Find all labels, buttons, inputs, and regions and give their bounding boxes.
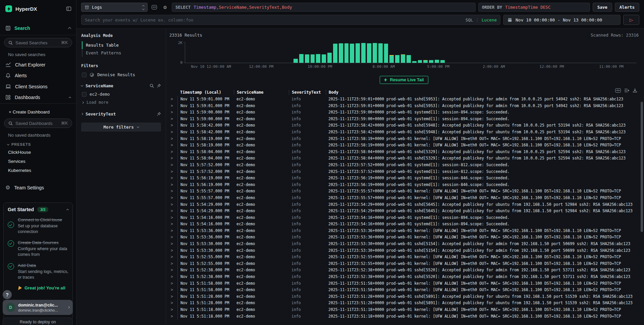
- chart-bar[interactable]: [440, 60, 445, 63]
- table-row[interactable]: >Nov 11 5:55:57.000 PMec2-demoinfo2025-1…: [169, 195, 639, 201]
- expand-rows-icon[interactable]: [624, 88, 629, 93]
- column-header-severitytext[interactable]: SeverityText: [289, 90, 326, 95]
- row-expand-icon[interactable]: >: [169, 261, 177, 267]
- table-row[interactable]: >Nov 11 5:53:30.000 PMec2-demoinfo2025-1…: [169, 247, 639, 254]
- row-expand-icon[interactable]: >: [169, 103, 177, 109]
- mode-event-patterns[interactable]: Event Patterns: [82, 49, 161, 57]
- chart-bar[interactable]: [327, 53, 332, 63]
- table-row[interactable]: >Nov 11 5:52:55.000 PMec2-demoinfo2025-1…: [169, 254, 639, 261]
- severitytext-filter-group[interactable]: SeverityText: [81, 111, 161, 117]
- denoise-filter[interactable]: Denoise Results: [82, 72, 161, 77]
- row-expand-icon[interactable]: >: [169, 228, 177, 234]
- pin-icon[interactable]: [157, 84, 161, 88]
- row-expand-icon[interactable]: >: [169, 195, 177, 201]
- table-row[interactable]: >Nov 11 5:54:29.000 PMec2-demoinfo2025-1…: [169, 201, 639, 208]
- table-row[interactable]: >Nov 11 5:59:01.000 PMec2-demoinfo2025-1…: [169, 96, 639, 103]
- table-row[interactable]: >Nov 11 5:58:19.000 PMec2-demoinfo2025-1…: [169, 142, 639, 149]
- chart-bar[interactable]: [350, 44, 354, 63]
- chart-bar[interactable]: [401, 55, 405, 63]
- lucene-toggle[interactable]: Lucene: [482, 17, 497, 22]
- alerts-button[interactable]: Alerts: [615, 3, 639, 12]
- row-expand-icon[interactable]: >: [169, 136, 177, 142]
- presets-toggle[interactable]: PRESETS: [0, 140, 76, 148]
- table-row[interactable]: >Nov 11 5:51:58.000 PMec2-demoinfo2025-1…: [169, 280, 639, 287]
- chart-bar[interactable]: [333, 44, 337, 63]
- search-input[interactable]: [85, 17, 463, 22]
- orderby-input[interactable]: ORDER BY TimestampTime DESC: [478, 3, 590, 12]
- table-row[interactable]: >Nov 11 5:58:04.000 PMec2-demoinfo2025-1…: [169, 155, 639, 162]
- load-more-button[interactable]: Load more: [82, 100, 161, 105]
- table-row[interactable]: >Nov 11 5:57:52.000 PMec2-demoinfo2025-1…: [169, 169, 639, 175]
- row-expand-icon[interactable]: >: [169, 188, 177, 195]
- row-expand-icon[interactable]: >: [169, 201, 177, 208]
- get-started-item[interactable]: Add Data Start sending logs, metrics, or…: [8, 263, 68, 281]
- row-expand-icon[interactable]: >: [169, 109, 177, 116]
- table-row[interactable]: >Nov 11 5:51:18.000 PMec2-demoinfo2025-1…: [169, 313, 639, 320]
- sidebar-collapse-icon[interactable]: [66, 6, 71, 11]
- table-row[interactable]: >Nov 11 5:51:18.000 PMec2-demoinfo2025-1…: [169, 307, 639, 313]
- view-source-button[interactable]: <>: [615, 88, 621, 93]
- sidebar-item-team-settings[interactable]: ⚙ Team Settings: [0, 182, 76, 193]
- save-button[interactable]: Save: [593, 3, 612, 12]
- row-expand-icon[interactable]: >: [169, 287, 177, 293]
- sidebar-item-kubernetes[interactable]: Kubernetes: [0, 166, 76, 175]
- saved-searches-input[interactable]: Saved Searches ⌘K: [4, 38, 72, 47]
- source-settings-button[interactable]: ⚙: [161, 3, 169, 12]
- row-expand-icon[interactable]: >: [169, 300, 177, 307]
- table-row[interactable]: >Nov 11 5:54:16.000 PMec2-demoinfo2025-1…: [169, 215, 639, 221]
- get-started-item[interactable]: Connect to ClickHouse Set up your databa…: [8, 217, 68, 235]
- row-expand-icon[interactable]: >: [169, 274, 177, 280]
- column-header-servicename[interactable]: ServiceName: [234, 90, 289, 95]
- sidebar-item-dashboards[interactable]: Dashboards: [0, 92, 76, 103]
- row-expand-icon[interactable]: >: [169, 208, 177, 215]
- user-menu[interactable]: D dominic.tran@clic... dominic.tran@clic…: [3, 300, 73, 315]
- event-search-box[interactable]: SQL | Lucene: [81, 15, 500, 25]
- chart-bar[interactable]: [418, 60, 422, 63]
- column-header-timestamp[interactable]: Timestamp (Local): [177, 90, 234, 95]
- table-row[interactable]: >Nov 11 5:58:42.000 PMec2-demoinfo2025-1…: [169, 129, 639, 136]
- table-row[interactable]: >Nov 11 5:52:55.000 PMec2-demoinfo2025-1…: [169, 261, 639, 267]
- chart-bar[interactable]: [361, 43, 366, 63]
- service-filter-value[interactable]: ec2-demo: [82, 92, 161, 97]
- table-row[interactable]: >Nov 11 5:54:16.000 PMec2-demoinfo2025-1…: [169, 221, 639, 228]
- table-row[interactable]: >Nov 11 5:53:36.000 PMec2-demoinfo2025-1…: [169, 234, 639, 241]
- row-expand-icon[interactable]: >: [169, 129, 177, 136]
- row-expand-icon[interactable]: >: [169, 155, 177, 162]
- chart-bar[interactable]: [322, 54, 326, 63]
- table-row[interactable]: >Nov 11 5:51:28.000 PMec2-demoinfo2025-1…: [169, 293, 639, 300]
- chart-bar[interactable]: [299, 54, 304, 63]
- resume-live-tail-button[interactable]: Resume Live Tail: [380, 76, 428, 84]
- table-row[interactable]: >Nov 11 5:58:19.000 PMec2-demoinfo2025-1…: [169, 136, 639, 142]
- row-expand-icon[interactable]: >: [169, 307, 177, 313]
- sidebar-item-client-sessions[interactable]: Client Sessions: [0, 81, 76, 92]
- row-expand-icon[interactable]: >: [169, 162, 177, 169]
- date-range-picker[interactable]: Nov 10 00:00:00 - Nov 13 00:00:00: [503, 15, 621, 25]
- select-query-input[interactable]: SELECT Timestamp,ServiceName,SeverityTex…: [172, 3, 476, 12]
- query-language-toggle[interactable]: SQL | Lucene: [466, 17, 497, 22]
- row-expand-icon[interactable]: >: [169, 221, 177, 228]
- table-row[interactable]: >Nov 11 5:58:42.000 PMec2-demoinfo2025-1…: [169, 122, 639, 129]
- sidebar-item-alerts[interactable]: Alerts: [0, 70, 76, 81]
- chart-bar[interactable]: [435, 60, 439, 63]
- table-row[interactable]: >Nov 11 5:59:00.000 PMec2-demoinfo2025-1…: [169, 109, 639, 116]
- table-row[interactable]: >Nov 11 5:56:19.000 PMec2-demoinfo2025-1…: [169, 175, 639, 182]
- row-expand-icon[interactable]: >: [169, 169, 177, 175]
- chart-bar[interactable]: [395, 55, 399, 63]
- row-expand-icon[interactable]: >: [169, 175, 177, 182]
- table-row[interactable]: >Nov 11 5:58:04.000 PMec2-demoinfo2025-1…: [169, 149, 639, 155]
- table-row[interactable]: >Nov 11 5:56:19.000 PMec2-demoinfo2025-1…: [169, 182, 639, 188]
- row-expand-icon[interactable]: >: [169, 96, 177, 103]
- table-row[interactable]: >Nov 11 5:53:30.000 PMec2-demoinfo2025-1…: [169, 241, 639, 247]
- row-expand-icon[interactable]: >: [169, 234, 177, 241]
- chart-bar[interactable]: [384, 44, 388, 63]
- chart-bar[interactable]: [344, 43, 349, 63]
- row-expand-icon[interactable]: >: [169, 122, 177, 129]
- results-histogram[interactable]: 2K 0: [185, 42, 637, 63]
- chart-bar[interactable]: [356, 43, 360, 63]
- pin-icon[interactable]: [157, 112, 161, 116]
- sql-toggle[interactable]: SQL: [466, 17, 473, 22]
- table-row[interactable]: >Nov 11 5:59:01.000 PMec2-demoinfo2025-1…: [169, 103, 639, 109]
- denoise-checkbox[interactable]: [82, 73, 87, 77]
- servicename-filter-group[interactable]: ServiceName: [81, 83, 161, 88]
- mode-results-table[interactable]: Results Table: [82, 41, 161, 49]
